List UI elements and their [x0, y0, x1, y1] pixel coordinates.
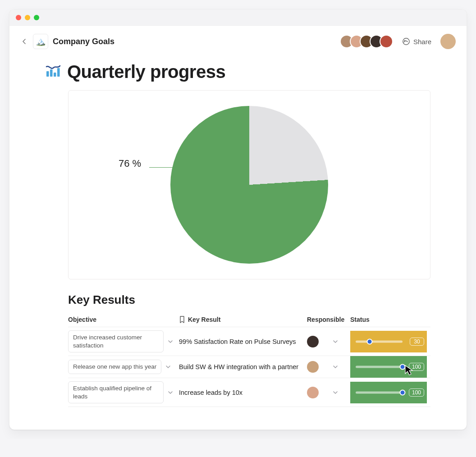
app-window: 🏔️ Company Goals Share: [9, 9, 467, 430]
responsible-avatar[interactable]: [307, 361, 319, 373]
responsible-avatar[interactable]: [307, 387, 319, 398]
key-result-cell[interactable]: Build SW & HW integration with a partner: [179, 363, 307, 370]
table-row: Release one new app this yearBuild SW & …: [68, 356, 430, 378]
objective-pill[interactable]: Release one new app this year: [68, 360, 161, 374]
key-results-table: Objective Key Result Responsible Status …: [68, 312, 430, 407]
svg-point-0: [403, 38, 409, 45]
status-slider-track[interactable]: [356, 340, 403, 343]
page-title: Quarterly progress: [67, 62, 225, 82]
share-button[interactable]: Share: [402, 37, 431, 46]
key-results-heading: Key Results: [68, 293, 430, 307]
responsible-cell: [307, 361, 350, 373]
collaborator-avatars[interactable]: [340, 35, 393, 48]
chevron-down-icon[interactable]: [167, 338, 174, 345]
progress-chart-card: 76 %: [68, 90, 430, 279]
status-slider-thumb[interactable]: [367, 338, 373, 344]
column-header-responsible[interactable]: Responsible: [307, 316, 350, 323]
status-slider-thumb[interactable]: [400, 364, 406, 370]
status-value-badge: 30: [410, 338, 424, 346]
bookmark-icon: [179, 316, 185, 323]
column-header-label: Objective: [68, 316, 96, 323]
objective-cell: Drive increased customer satisfaction: [68, 330, 179, 352]
objective-pill[interactable]: Establish qualified pipeline of leads: [68, 381, 164, 403]
table-row: Establish qualified pipeline of leadsInc…: [68, 378, 430, 407]
responsible-cell: [307, 387, 350, 398]
collaborator-avatar[interactable]: [380, 35, 393, 48]
responsible-cell: [307, 336, 350, 347]
status-slider-track[interactable]: [356, 391, 403, 393]
window-close-button[interactable]: [16, 15, 21, 20]
svg-rect-3: [50, 69, 53, 77]
page-icon-emoji: 🏔️: [36, 37, 46, 46]
svg-rect-4: [54, 73, 56, 77]
page-title-emoji: [46, 64, 61, 80]
svg-rect-5: [57, 68, 60, 77]
column-header-objective[interactable]: Objective: [68, 316, 179, 323]
svg-rect-2: [46, 71, 49, 77]
key-result-cell[interactable]: 99% Satisfaction Rate on Pulse Surveys: [179, 338, 307, 345]
current-user-avatar[interactable]: [440, 34, 456, 49]
breadcrumb: 🏔️ Company Goals: [20, 34, 114, 49]
page-title-row: Quarterly progress: [46, 62, 430, 82]
status-cell[interactable]: 100: [350, 382, 427, 403]
chevron-down-icon[interactable]: [332, 364, 339, 370]
objective-cell: Establish qualified pipeline of leads: [68, 381, 179, 403]
window-maximize-button[interactable]: [34, 15, 39, 20]
page-icon: 🏔️: [33, 34, 48, 49]
share-icon: [402, 37, 410, 46]
table-header-row: Objective Key Result Responsible Status: [68, 312, 430, 327]
key-result-cell[interactable]: Increase leads by 10x: [179, 389, 307, 396]
objective-cell: Release one new app this year: [68, 360, 179, 374]
column-header-label: Key Result: [188, 316, 220, 323]
breadcrumb-title[interactable]: Company Goals: [53, 37, 114, 46]
pie-graphic: [170, 106, 328, 264]
chevron-down-icon[interactable]: [332, 338, 339, 345]
svg-point-1: [404, 40, 405, 41]
chart-icon: [46, 64, 61, 78]
column-header-status[interactable]: Status: [350, 316, 427, 323]
status-slider-thumb[interactable]: [400, 389, 406, 395]
status-cell[interactable]: 30: [350, 331, 427, 352]
status-cell[interactable]: 100: [350, 356, 427, 378]
topbar-right: Share: [340, 34, 456, 49]
window-titlebar: [9, 9, 467, 26]
column-header-label: Responsible: [307, 316, 344, 323]
page-content: Quarterly progress 76 % Key Results Obje…: [9, 57, 467, 430]
status-slider-track[interactable]: [356, 366, 403, 368]
chevron-down-icon[interactable]: [332, 389, 339, 396]
column-header-label: Status: [350, 316, 370, 323]
responsible-avatar[interactable]: [307, 336, 319, 347]
window-minimize-button[interactable]: [25, 15, 30, 20]
topbar: 🏔️ Company Goals Share: [9, 26, 467, 57]
chevron-down-icon[interactable]: [165, 364, 171, 370]
chevron-down-icon[interactable]: [167, 389, 174, 396]
status-value-badge: 100: [409, 388, 424, 397]
share-label: Share: [413, 38, 431, 46]
pie-leader-line: [149, 167, 176, 168]
table-row: Drive increased customer satisfaction99%…: [68, 327, 430, 356]
pie-percentage-label: 76 %: [119, 158, 141, 169]
column-header-key-result[interactable]: Key Result: [179, 316, 307, 323]
objective-pill[interactable]: Drive increased customer satisfaction: [68, 330, 164, 352]
back-button[interactable]: [20, 37, 28, 46]
progress-pie-chart: 76 %: [170, 106, 328, 264]
status-value-badge: 100: [409, 363, 424, 371]
